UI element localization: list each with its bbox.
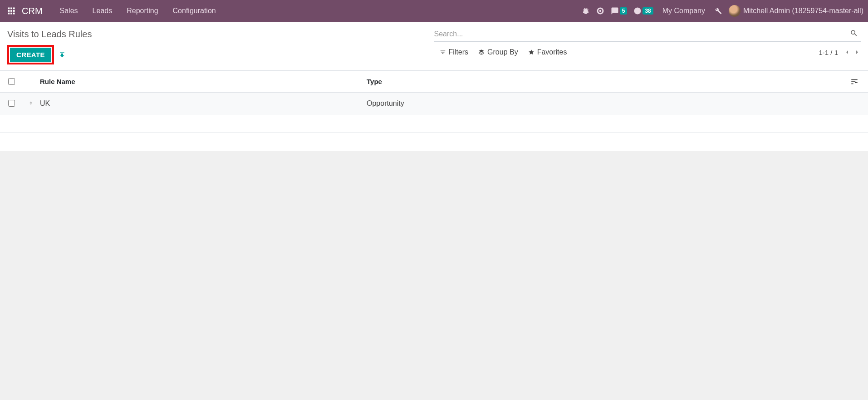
list-header: Rule Name Type: [0, 71, 868, 93]
svg-rect-5: [13, 10, 15, 12]
navbar-left: CRM Sales Leads Reporting Configuration: [4, 0, 223, 22]
pager-prev[interactable]: [843, 49, 851, 56]
brand-label[interactable]: CRM: [22, 6, 43, 16]
col-settings-button[interactable]: [846, 78, 863, 86]
messaging-badge: 5: [620, 7, 628, 15]
col-rulename-header[interactable]: Rule Name: [40, 78, 367, 85]
tools-icon[interactable]: [714, 7, 722, 15]
page-title: Visits to Leads Rules: [7, 29, 434, 40]
support-icon[interactable]: [596, 7, 604, 15]
svg-rect-7: [10, 13, 12, 15]
layers-icon: [478, 49, 485, 55]
cp-tools-right: 1-1 / 1: [819, 49, 861, 56]
control-panel: Visits to Leads Rules CREATE Filters: [0, 22, 868, 71]
nav-item-reporting[interactable]: Reporting: [119, 0, 165, 22]
navbar-right: 5 38 My Company Mitchell Admin (18259754…: [582, 5, 863, 17]
export-icon[interactable]: [59, 51, 66, 59]
col-type-header[interactable]: Type: [367, 78, 846, 85]
nav-item-sales[interactable]: Sales: [53, 0, 85, 22]
debug-icon[interactable]: [582, 7, 590, 15]
groupby-label: Group By: [487, 48, 518, 56]
create-button[interactable]: CREATE: [10, 48, 51, 62]
search-input[interactable]: [434, 28, 848, 40]
nav-item-configuration[interactable]: Configuration: [166, 0, 223, 22]
drag-handle-icon[interactable]: [28, 99, 40, 108]
cp-left-buttons: CREATE: [7, 45, 434, 70]
filters-button[interactable]: Filters: [440, 48, 469, 56]
select-all-checkbox[interactable]: [8, 78, 15, 85]
col-check-header: [5, 78, 28, 85]
groupby-button[interactable]: Group By: [478, 48, 518, 56]
activities-badge: 38: [642, 7, 653, 15]
favorites-button[interactable]: Favorites: [528, 48, 567, 56]
create-highlight: CREATE: [7, 45, 54, 64]
nav-item-leads[interactable]: Leads: [85, 0, 120, 22]
svg-rect-1: [10, 8, 12, 10]
filters-label: Filters: [449, 48, 469, 56]
row-check: [5, 100, 28, 107]
row-checkbox[interactable]: [8, 100, 15, 107]
activities-button[interactable]: 38: [633, 7, 653, 15]
company-switcher[interactable]: My Company: [660, 7, 708, 15]
search-row: [434, 26, 861, 42]
user-menu[interactable]: Mitchell Admin (18259754-master-all): [729, 5, 863, 17]
sliders-icon: [850, 78, 858, 86]
user-label: Mitchell Admin (18259754-master-all): [743, 7, 863, 15]
cp-toolbar: Filters Group By Favorites 1-1 / 1: [434, 48, 861, 61]
avatar: [729, 5, 740, 17]
cp-tools-left: Filters Group By Favorites: [434, 48, 567, 56]
blank-band: [0, 114, 868, 133]
nav-menu: Sales Leads Reporting Configuration: [53, 0, 223, 22]
svg-rect-2: [13, 8, 15, 10]
control-panel-right: Filters Group By Favorites 1-1 / 1: [434, 26, 861, 70]
pager-next[interactable]: [853, 49, 861, 56]
messaging-button[interactable]: 5: [611, 7, 628, 15]
svg-rect-4: [10, 10, 12, 12]
pager-text: 1-1 / 1: [819, 49, 838, 56]
chevron-right-icon: [853, 49, 861, 56]
svg-rect-8: [13, 13, 15, 15]
pager-arrows: [843, 49, 861, 56]
blank-band-2: [0, 133, 868, 151]
list-view: Rule Name Type UK Opportunity: [0, 71, 868, 151]
filter-icon: [440, 49, 446, 55]
svg-rect-3: [8, 10, 10, 12]
svg-rect-0: [8, 8, 10, 10]
top-navbar: CRM Sales Leads Reporting Configuration …: [0, 0, 868, 22]
cell-type: Opportunity: [367, 99, 846, 108]
control-panel-left: Visits to Leads Rules CREATE: [7, 26, 434, 70]
cell-rulename: UK: [40, 99, 367, 108]
svg-rect-6: [8, 13, 10, 15]
apps-icon[interactable]: [4, 3, 19, 19]
favorites-label: Favorites: [537, 48, 567, 56]
search-icon[interactable]: [847, 29, 861, 39]
table-row[interactable]: UK Opportunity: [0, 93, 868, 114]
star-icon: [528, 49, 535, 55]
chevron-left-icon: [843, 49, 851, 56]
